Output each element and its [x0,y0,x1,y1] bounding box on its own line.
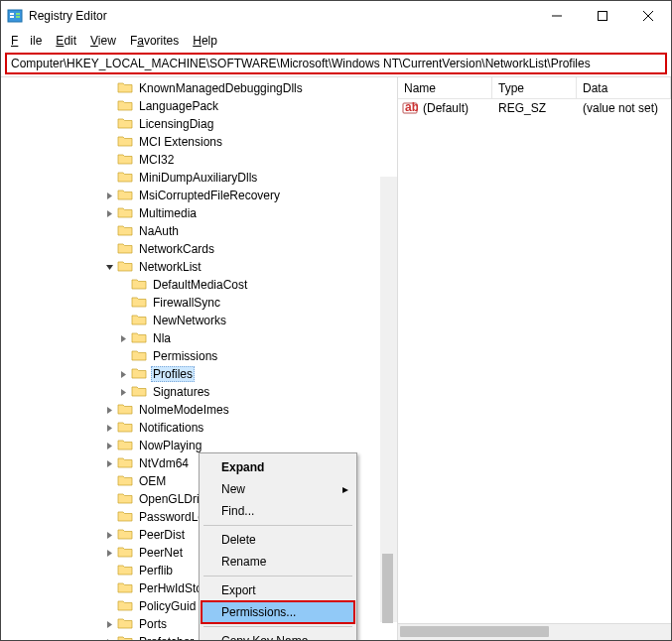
scrollbar-thumb[interactable] [400,626,549,637]
tree-item[interactable]: Notifications [5,419,397,437]
chevron-right-icon[interactable] [102,439,116,452]
value-name: (Default) [421,101,496,115]
tree-item[interactable]: Multimedia [5,204,397,222]
folder-icon [117,402,137,419]
tree-item[interactable]: LicensingDiag [5,115,397,133]
tree-item-label: KnownManagedDebuggingDlls [137,81,305,95]
tree-item[interactable]: FirewallSync [5,294,397,312]
tree-item-label: Nla [151,331,173,345]
menu-favorites[interactable]: Favorites [124,33,185,49]
chevron-right-icon[interactable] [102,403,116,417]
value-type: REG_SZ [496,101,581,115]
tree-item-label: FirewallSync [151,296,222,310]
tree-item-label: Signatures [151,385,211,399]
chevron-right-icon[interactable] [102,528,116,542]
tree-item-label: MiniDumpAuxiliaryDlls [137,171,259,185]
tree-item-label: NtVdm64 [137,456,191,470]
tree-item-label: PeerDist [137,528,187,542]
svg-rect-2 [10,16,14,18]
chevron-right-icon[interactable] [116,385,130,399]
chevron-right-icon[interactable] [116,367,130,381]
scrollbar-thumb[interactable] [382,554,393,623]
chevron-right-icon[interactable] [116,331,130,345]
svg-rect-1 [10,13,14,15]
tree-item-label: NaAuth [137,224,181,238]
tree-item[interactable]: Profiles [5,365,397,383]
chevron-right-icon[interactable] [102,421,116,435]
value-data: (value not set) [581,101,660,115]
list-horizontal-scrollbar[interactable] [398,623,671,640]
folder-icon [117,152,137,169]
folder-icon [131,330,151,347]
tree-item[interactable]: MsiCorruptedFileRecovery [5,187,397,204]
ctx-copy-key-name[interactable]: Copy Key Name [202,630,354,640]
separator [203,626,352,627]
address-bar [5,53,667,74]
chevron-right-icon[interactable] [102,617,116,631]
tree-item-label: PeerNet [137,546,185,560]
tree-item[interactable]: NetworkList [5,258,397,276]
tree-item[interactable]: NolmeModeImes [5,401,397,419]
tree-item[interactable]: MiniDumpAuxiliaryDlls [5,169,397,187]
tree-item[interactable]: DefaultMediaCost [5,276,397,294]
context-menu: Expand New▸ Find... Delete Rename Export… [199,452,357,640]
menu-edit[interactable]: Edit [50,33,82,49]
chevron-right-icon[interactable] [102,546,116,560]
value-list: Name Type Data ab (Default) REG_SZ (valu… [398,77,671,640]
ctx-export[interactable]: Export [202,579,354,601]
ctx-expand[interactable]: Expand [202,456,354,478]
tree-item-label: NowPlaying [137,439,203,452]
chevron-right-icon[interactable] [102,206,116,220]
chevron-right-icon[interactable] [102,189,116,202]
close-button[interactable] [625,1,671,31]
folder-icon [131,313,151,329]
tree-item[interactable]: MCI Extensions [5,133,397,151]
ctx-new[interactable]: New▸ [202,478,354,500]
folder-icon [131,277,151,294]
chevron-down-icon[interactable] [102,260,116,274]
tree-item[interactable]: Signatures [5,383,397,401]
list-row[interactable]: ab (Default) REG_SZ (value not set) [398,99,671,117]
menu-help[interactable]: Help [187,33,223,49]
tree-item[interactable]: NewNetworks [5,312,397,329]
tree-item[interactable]: NetworkCards [5,240,397,258]
tree-vertical-scrollbar[interactable] [380,177,397,622]
tree-item-label: PolicyGuid [137,599,198,613]
folder-icon [117,116,137,133]
col-data[interactable]: Data [577,77,671,98]
folder-icon [117,259,137,276]
tree-item-label: LanguagePack [137,99,220,113]
tree-item[interactable]: LanguagePack [5,97,397,115]
menu-view[interactable]: View [84,33,122,49]
folder-icon [117,473,137,490]
tree-item[interactable]: NaAuth [5,222,397,240]
col-type[interactable]: Type [492,77,577,98]
folder-icon [117,420,137,437]
tree-item-label: Notifications [137,421,205,435]
chevron-right-icon[interactable] [102,635,116,640]
ctx-delete[interactable]: Delete [202,529,354,551]
menu-file[interactable]: File [5,33,48,49]
tree-item-label: OEM [137,474,168,488]
tree-item[interactable]: KnownManagedDebuggingDlls [5,79,397,97]
submenu-arrow-icon: ▸ [342,482,348,496]
ctx-rename[interactable]: Rename [202,551,354,573]
ctx-find[interactable]: Find... [202,500,354,522]
list-header: Name Type Data [398,77,671,99]
minimize-button[interactable] [534,1,580,31]
tree-item-label: Profiles [151,366,195,382]
ctx-permissions[interactable]: Permissions... [202,601,354,623]
tree-item[interactable]: MCI32 [5,151,397,169]
col-name[interactable]: Name [398,77,492,98]
tree-view[interactable]: KnownManagedDebuggingDlls LanguagePack L… [1,77,398,640]
tree-item-label: Prefetcher [137,635,196,640]
tree-item-label: DefaultMediaCost [151,278,249,292]
address-input[interactable] [11,57,661,70]
svg-rect-3 [16,13,20,15]
tree-item[interactable]: Permissions [5,347,397,365]
tree-item-label: Ports [137,617,169,631]
chevron-right-icon[interactable] [102,456,116,470]
maximize-button[interactable] [580,1,625,31]
tree-item[interactable]: Nla [5,329,397,347]
folder-icon [117,527,137,544]
